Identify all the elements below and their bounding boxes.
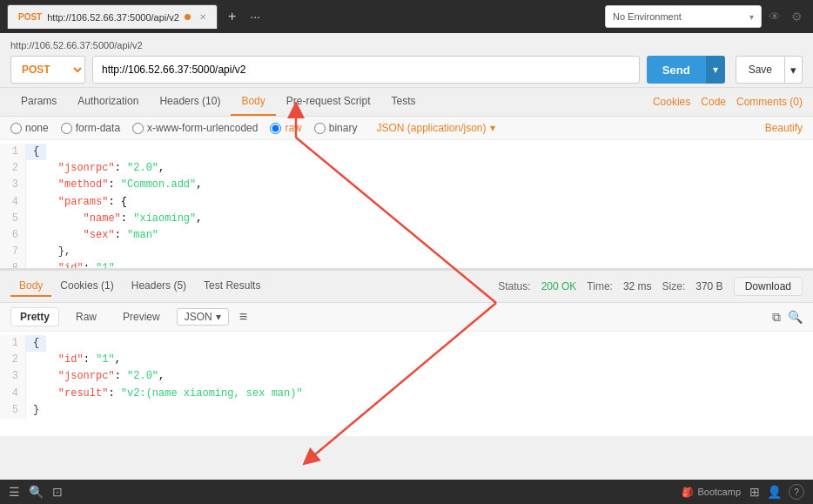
response-header: Body Cookies (1) Headers (5) Test Result… xyxy=(0,271,813,303)
help-bottom-button[interactable]: ? xyxy=(789,484,804,500)
radio-binary[interactable]: binary xyxy=(314,122,358,134)
breadcrumb: http://106.52.66.37:5000/api/v2 xyxy=(10,40,803,50)
comments-link[interactable]: Comments (0) xyxy=(736,96,803,108)
active-tab[interactable]: POST http://106.52.66.37:5000/api/v2 ✕ xyxy=(7,4,218,29)
beautify-button[interactable]: Beautify xyxy=(765,122,803,134)
resp-tab-test-results[interactable]: Test Results xyxy=(195,276,269,297)
table-row: 4 "params": { xyxy=(0,194,813,211)
display-tab-raw[interactable]: Raw xyxy=(66,307,106,326)
bootcamp-label: Bootcamp xyxy=(697,487,741,497)
response-display-row: Pretty Raw Preview JSON ▾ ≡ ⧉ 🔍 xyxy=(0,303,813,332)
table-row: 2 "id": "1", xyxy=(0,352,813,368)
table-row: 3 "method": "Common.add", xyxy=(0,177,813,193)
status-label: Status: xyxy=(498,280,530,292)
radio-urlencoded[interactable]: x-www-form-urlencoded xyxy=(132,122,258,134)
cookies-link[interactable]: Cookies xyxy=(653,96,690,108)
tab-headers[interactable]: Headers (10) xyxy=(149,88,231,116)
send-button[interactable]: Send xyxy=(647,56,706,84)
tab-url-label: http://106.52.66.37:5000/api/v2 xyxy=(47,12,179,23)
save-button[interactable]: Save xyxy=(736,56,785,84)
send-dropdown-button[interactable]: ▾ xyxy=(706,56,725,84)
more-tabs-button[interactable]: ··· xyxy=(246,10,264,24)
radio-raw[interactable]: raw xyxy=(270,122,301,134)
table-row: 6 "sex": "man" xyxy=(0,227,813,244)
people-bottom-button[interactable]: 👤 xyxy=(767,484,782,500)
tab-bar: POST http://106.52.66.37:5000/api/v2 ✕ +… xyxy=(0,0,813,33)
table-row: 1 { xyxy=(0,144,813,160)
tab-authorization[interactable]: Authorization xyxy=(67,88,149,116)
tab-close[interactable]: ✕ xyxy=(199,12,206,22)
json-type-label: JSON (application/json) xyxy=(376,122,486,134)
status-value: 200 OK xyxy=(541,280,577,292)
env-label: No Environment xyxy=(613,11,744,22)
url-area: http://106.52.66.37:5000/api/v2 POST GET… xyxy=(0,33,813,88)
layout-bottom-button[interactable]: ⊡ xyxy=(52,485,63,499)
chevron-down-icon: ▾ xyxy=(749,12,754,22)
table-row: 2 "jsonrpc": "2.0", xyxy=(0,160,813,177)
tab-body[interactable]: Body xyxy=(231,88,275,116)
save-dropdown-button[interactable]: ▾ xyxy=(785,56,803,84)
tab-params[interactable]: Params xyxy=(10,88,67,116)
radio-form-data[interactable]: form-data xyxy=(61,122,120,134)
download-button[interactable]: Download xyxy=(734,277,803,296)
eye-button[interactable]: 👁 xyxy=(765,10,784,24)
sidebar-toggle-button[interactable]: ☰ xyxy=(9,485,20,499)
tab-tests[interactable]: Tests xyxy=(380,88,426,116)
resp-tab-body[interactable]: Body xyxy=(10,276,51,297)
table-row: 4 "result": "v2:(name xiaoming, sex man)… xyxy=(0,386,813,402)
resp-tab-cookies[interactable]: Cookies (1) xyxy=(51,276,122,297)
bootcamp-button[interactable]: 🎒 Bootcamp xyxy=(682,487,741,498)
chevron-down-icon: ▾ xyxy=(490,122,495,134)
size-label: Size: xyxy=(662,280,686,292)
bootcamp-icon: 🎒 xyxy=(682,487,694,498)
code-link[interactable]: Code xyxy=(701,96,726,108)
response-body-editor[interactable]: 1 { 2 "id": "1", 3 "jsonrpc": "2.0", 4 "… xyxy=(0,332,813,436)
size-value: 370 B xyxy=(695,280,722,292)
url-input[interactable] xyxy=(92,56,640,84)
time-value: 32 ms xyxy=(623,280,652,292)
search-response-button[interactable]: 🔍 xyxy=(788,310,803,325)
table-row: 7 }, xyxy=(0,244,813,260)
method-select[interactable]: POST GET PUT DELETE xyxy=(10,56,85,84)
display-tab-pretty[interactable]: Pretty xyxy=(10,307,59,326)
chevron-down-icon: ▾ xyxy=(216,311,221,323)
tab-method-badge: POST xyxy=(18,12,42,22)
resp-tab-headers[interactable]: Headers (5) xyxy=(123,276,195,297)
table-row: 1 { xyxy=(0,335,813,352)
table-row: 5 "name": "xiaoming", xyxy=(0,211,813,227)
json-type-selector[interactable]: JSON (application/json) ▾ xyxy=(376,122,494,134)
add-tab-button[interactable]: + xyxy=(221,9,243,24)
table-row: 8 "id": "1" xyxy=(0,260,813,271)
table-row: 5 } xyxy=(0,402,813,419)
tab-dot xyxy=(185,14,191,20)
bottom-bar: ☰ 🔍 ⊡ 🎒 Bootcamp ⊞ 👤 ? xyxy=(0,480,813,504)
display-tab-preview[interactable]: Preview xyxy=(113,307,170,326)
request-tabs: Params Authorization Headers (10) Body P… xyxy=(0,88,813,117)
time-label: Time: xyxy=(587,280,613,292)
copy-response-button[interactable]: ⧉ xyxy=(772,310,781,325)
search-bottom-button[interactable]: 🔍 xyxy=(29,485,44,499)
gear-button[interactable]: ⚙ xyxy=(788,10,806,24)
format-selector[interactable]: JSON ▾ xyxy=(177,308,229,326)
request-body-editor[interactable]: 1 { 2 "jsonrpc": "2.0", 3 "method": "Com… xyxy=(0,140,813,271)
tab-pre-request[interactable]: Pre-request Script xyxy=(276,88,381,116)
body-type-row: none form-data x-www-form-urlencoded raw… xyxy=(0,117,813,140)
radio-none[interactable]: none xyxy=(10,122,49,134)
filter-button[interactable]: ≡ xyxy=(239,309,247,325)
format-label: JSON xyxy=(185,311,212,323)
grid-bottom-button[interactable]: ⊞ xyxy=(749,484,760,500)
environment-selector[interactable]: No Environment ▾ xyxy=(605,5,762,28)
table-row: 3 "jsonrpc": "2.0", xyxy=(0,368,813,385)
